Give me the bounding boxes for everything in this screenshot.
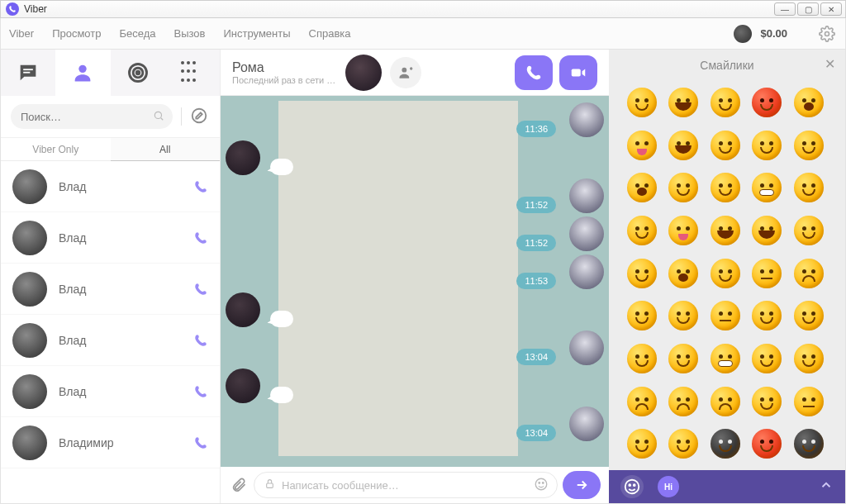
emoji-item[interactable] [791,212,827,249]
emoji-item[interactable] [665,212,701,249]
contact-item[interactable]: Владимир [1,417,220,468]
emoji-item[interactable] [707,169,744,206]
emoji-item[interactable] [749,127,785,164]
emoji-item[interactable] [791,255,827,292]
emoji-item[interactable] [624,255,660,292]
contact-item[interactable]: Влад [1,264,220,315]
emoji-item[interactable] [624,127,660,164]
emoji-item[interactable] [749,383,785,420]
emoji-item[interactable] [707,84,744,121]
emoji-panel: Смайлики ✕ Hi [609,50,845,503]
emoji-item[interactable] [749,255,785,292]
voice-call-button[interactable] [515,55,553,90]
emoji-face-icon [668,216,698,245]
contact-item[interactable]: Влад [1,161,220,212]
emoji-item[interactable] [665,426,701,462]
menu-tools[interactable]: Инструменты [224,27,291,40]
contact-list: ВладВладВладВладВладВладимир [1,161,220,503]
emoji-item[interactable] [791,297,827,334]
contact-item[interactable]: Влад [1,212,220,264]
search-input-wrapper[interactable] [11,104,173,129]
emoji-item[interactable] [749,84,785,121]
emoji-face-icon [627,216,657,245]
contact-item[interactable]: Влад [1,315,220,366]
emoji-item[interactable] [749,212,785,249]
emoji-category-stickers[interactable]: Hi [657,475,680,498]
tab-chats[interactable] [1,50,55,96]
emoji-item[interactable] [665,297,701,334]
emoji-category-smileys[interactable] [620,475,644,498]
attach-button[interactable] [229,475,249,495]
emoji-panel-close-button[interactable]: ✕ [825,56,835,72]
emoji-item[interactable] [707,127,744,164]
contact-item[interactable]: Влад [1,366,220,417]
emoji-item[interactable] [791,127,827,164]
emoji-item[interactable] [707,383,744,420]
emoji-face-icon [627,344,657,373]
emoji-item[interactable] [665,383,701,420]
window-maximize-button[interactable]: ▢ [797,2,819,16]
emoji-item[interactable] [624,426,660,462]
emoji-face-icon [794,131,824,160]
emoji-item[interactable] [624,212,660,249]
message-list[interactable]: 11:3611:5211:5211:5313:0413:04 [221,96,609,467]
tab-contacts[interactable] [55,50,110,96]
tab-public[interactable] [111,50,165,96]
emoji-item[interactable] [707,426,744,462]
emoji-item[interactable] [749,297,785,334]
emoji-item[interactable] [707,212,744,249]
svg-rect-11 [267,483,273,487]
emoji-item[interactable] [624,340,660,377]
menu-view[interactable]: Просмотр [52,27,101,40]
tab-dialer[interactable] [165,50,220,96]
window-minimize-button[interactable]: — [774,2,796,16]
emoji-item[interactable] [791,383,827,420]
emoji-item[interactable] [707,297,744,334]
balance-label[interactable]: $0.00 [760,27,787,40]
emoji-item[interactable] [665,127,701,164]
search-input[interactable] [21,111,163,123]
add-participant-button[interactable] [390,57,421,88]
emoji-collapse-button[interactable] [819,478,834,496]
settings-button[interactable] [817,24,837,44]
emoji-item[interactable] [791,169,827,206]
emoji-item[interactable] [791,426,827,462]
message-bubble[interactable] [270,159,293,175]
emoji-item[interactable] [624,297,660,334]
emoji-item[interactable] [665,255,701,292]
emoji-item[interactable] [665,169,701,206]
emoji-item[interactable] [624,84,660,121]
emoji-item[interactable] [624,169,660,206]
current-user-avatar[interactable] [734,25,752,43]
window-close-button[interactable]: ✕ [820,2,842,16]
menu-viber[interactable]: Viber [9,27,34,40]
compose-button[interactable] [190,107,210,126]
menu-call[interactable]: Вызов [174,27,206,40]
send-button[interactable] [563,471,601,499]
emoji-item[interactable] [665,84,701,121]
emoji-item[interactable] [707,255,744,292]
emoji-item[interactable] [707,340,744,377]
emoji-item[interactable] [791,340,827,377]
emoji-item[interactable] [791,84,827,121]
emoji-item[interactable] [749,426,785,462]
filter-all[interactable]: All [111,138,221,161]
emoji-item[interactable] [749,169,785,206]
message-bubble[interactable] [270,311,293,327]
chat-peer-avatar[interactable] [345,55,382,91]
emoji-toggle-button[interactable] [534,477,549,494]
message-bubble[interactable] [270,387,293,403]
filter-viber-only[interactable]: Viber Only [1,138,111,161]
video-call-button[interactable] [559,55,597,90]
contact-name: Влад [59,334,193,347]
menu-chat[interactable]: Беседа [120,27,156,40]
emoji-item[interactable] [665,340,701,377]
menu-help[interactable]: Справка [309,27,351,40]
emoji-item[interactable] [749,340,785,377]
message-input-wrapper[interactable]: Написать сообщение… [254,472,558,498]
emoji-face-icon [752,344,782,373]
emoji-face-icon [627,259,657,288]
emoji-panel-title: Смайлики [700,59,753,72]
emoji-item[interactable] [624,383,660,420]
emoji-face-icon [752,387,782,416]
